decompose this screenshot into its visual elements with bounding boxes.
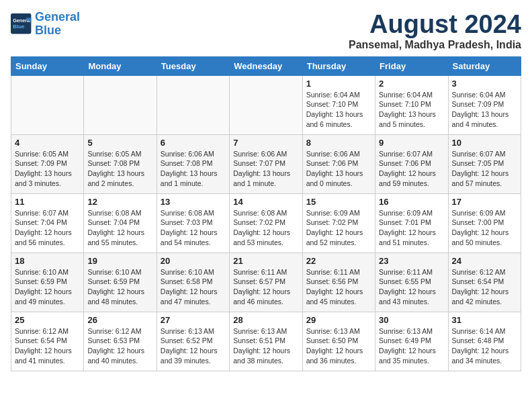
svg-text:Blue: Blue — [13, 24, 25, 30]
day-info: Sunrise: 6:05 AM Sunset: 7:09 PM Dayligh… — [15, 149, 80, 189]
calendar-cell: 17Sunrise: 6:09 AM Sunset: 7:00 PM Dayli… — [448, 193, 521, 253]
calendar-cell: 12Sunrise: 6:08 AM Sunset: 7:04 PM Dayli… — [84, 193, 157, 253]
logo-icon: General Blue — [11, 13, 32, 35]
calendar-cell: 4Sunrise: 6:05 AM Sunset: 7:09 PM Daylig… — [11, 134, 84, 193]
weekday-header-friday: Friday — [375, 56, 448, 75]
weekday-header-thursday: Thursday — [302, 56, 375, 75]
calendar-cell — [230, 75, 302, 134]
calendar-week-2: 4Sunrise: 6:05 AM Sunset: 7:09 PM Daylig… — [11, 134, 521, 193]
day-number: 19 — [87, 256, 152, 266]
calendar-table: SundayMondayTuesdayWednesdayThursdayFrid… — [11, 56, 521, 371]
calendar-cell: 2Sunrise: 6:04 AM Sunset: 7:10 PM Daylig… — [375, 75, 448, 134]
day-info: Sunrise: 6:07 AM Sunset: 7:04 PM Dayligh… — [15, 208, 80, 248]
weekday-header-saturday: Saturday — [448, 56, 521, 75]
calendar-cell: 11Sunrise: 6:07 AM Sunset: 7:04 PM Dayli… — [11, 193, 84, 253]
day-info: Sunrise: 6:13 AM Sunset: 6:49 PM Dayligh… — [379, 326, 444, 366]
calendar-cell — [11, 75, 84, 134]
weekday-header-sunday: Sunday — [11, 56, 84, 75]
day-number: 5 — [87, 138, 152, 148]
day-info: Sunrise: 6:04 AM Sunset: 7:09 PM Dayligh… — [452, 90, 517, 130]
day-info: Sunrise: 6:12 AM Sunset: 6:54 PM Dayligh… — [15, 326, 80, 366]
day-number: 7 — [233, 138, 298, 148]
calendar-cell: 20Sunrise: 6:10 AM Sunset: 6:58 PM Dayli… — [157, 253, 229, 312]
calendar-cell: 3Sunrise: 6:04 AM Sunset: 7:09 PM Daylig… — [448, 75, 521, 134]
day-number: 12 — [87, 197, 152, 207]
calendar-cell: 26Sunrise: 6:12 AM Sunset: 6:53 PM Dayli… — [84, 312, 157, 371]
day-info: Sunrise: 6:09 AM Sunset: 7:00 PM Dayligh… — [452, 208, 517, 248]
day-info: Sunrise: 6:10 AM Sunset: 6:59 PM Dayligh… — [15, 267, 80, 307]
day-info: Sunrise: 6:08 AM Sunset: 7:02 PM Dayligh… — [233, 208, 298, 248]
calendar-cell: 6Sunrise: 6:06 AM Sunset: 7:08 PM Daylig… — [157, 134, 229, 193]
calendar-cell: 29Sunrise: 6:13 AM Sunset: 6:50 PM Dayli… — [302, 312, 375, 371]
day-info: Sunrise: 6:06 AM Sunset: 7:08 PM Dayligh… — [161, 149, 226, 189]
weekday-header-tuesday: Tuesday — [157, 56, 229, 75]
day-number: 22 — [306, 256, 371, 266]
page-header: General Blue General Blue August 2024 Pa… — [11, 11, 521, 51]
calendar-cell: 14Sunrise: 6:08 AM Sunset: 7:02 PM Dayli… — [230, 193, 302, 253]
calendar-cell: 10Sunrise: 6:07 AM Sunset: 7:05 PM Dayli… — [448, 134, 521, 193]
day-info: Sunrise: 6:11 AM Sunset: 6:55 PM Dayligh… — [379, 267, 444, 307]
day-number: 6 — [161, 138, 226, 148]
calendar-cell: 30Sunrise: 6:13 AM Sunset: 6:49 PM Dayli… — [375, 312, 448, 371]
day-number: 24 — [452, 256, 517, 266]
calendar-body: 1Sunrise: 6:04 AM Sunset: 7:10 PM Daylig… — [11, 75, 521, 371]
day-number: 21 — [233, 256, 298, 266]
calendar-cell: 31Sunrise: 6:14 AM Sunset: 6:48 PM Dayli… — [448, 312, 521, 371]
calendar-cell: 5Sunrise: 6:05 AM Sunset: 7:08 PM Daylig… — [84, 134, 157, 193]
calendar-cell: 27Sunrise: 6:13 AM Sunset: 6:52 PM Dayli… — [157, 312, 229, 371]
calendar-cell: 19Sunrise: 6:10 AM Sunset: 6:59 PM Dayli… — [84, 253, 157, 312]
calendar-cell: 9Sunrise: 6:07 AM Sunset: 7:06 PM Daylig… — [375, 134, 448, 193]
calendar-cell: 15Sunrise: 6:09 AM Sunset: 7:02 PM Dayli… — [302, 193, 375, 253]
day-number: 16 — [379, 197, 444, 207]
calendar-cell: 7Sunrise: 6:06 AM Sunset: 7:07 PM Daylig… — [230, 134, 302, 193]
calendar-week-1: 1Sunrise: 6:04 AM Sunset: 7:10 PM Daylig… — [11, 75, 521, 134]
day-number: 23 — [379, 256, 444, 266]
day-number: 17 — [452, 197, 517, 207]
day-number: 20 — [161, 256, 226, 266]
calendar-cell — [157, 75, 229, 134]
day-info: Sunrise: 6:06 AM Sunset: 7:07 PM Dayligh… — [233, 149, 298, 189]
weekday-row: SundayMondayTuesdayWednesdayThursdayFrid… — [11, 56, 521, 75]
day-info: Sunrise: 6:11 AM Sunset: 6:56 PM Dayligh… — [306, 267, 371, 307]
calendar-cell: 1Sunrise: 6:04 AM Sunset: 7:10 PM Daylig… — [302, 75, 375, 134]
day-number: 15 — [306, 197, 371, 207]
location-title: Pansemal, Madhya Pradesh, India — [349, 39, 521, 51]
day-number: 18 — [15, 256, 80, 266]
title-block: August 2024 Pansemal, Madhya Pradesh, In… — [349, 11, 521, 51]
day-number: 2 — [379, 79, 444, 89]
calendar-cell: 28Sunrise: 6:13 AM Sunset: 6:51 PM Dayli… — [230, 312, 302, 371]
day-info: Sunrise: 6:13 AM Sunset: 6:52 PM Dayligh… — [161, 326, 226, 366]
day-info: Sunrise: 6:10 AM Sunset: 6:58 PM Dayligh… — [161, 267, 226, 307]
day-number: 27 — [161, 315, 226, 325]
day-info: Sunrise: 6:06 AM Sunset: 7:06 PM Dayligh… — [306, 149, 371, 189]
day-info: Sunrise: 6:09 AM Sunset: 7:02 PM Dayligh… — [306, 208, 371, 248]
day-info: Sunrise: 6:11 AM Sunset: 6:57 PM Dayligh… — [233, 267, 298, 307]
calendar-cell — [84, 75, 157, 134]
day-number: 25 — [15, 315, 80, 325]
calendar-cell: 22Sunrise: 6:11 AM Sunset: 6:56 PM Dayli… — [302, 253, 375, 312]
logo: General Blue General Blue — [11, 11, 80, 38]
calendar-cell: 16Sunrise: 6:09 AM Sunset: 7:01 PM Dayli… — [375, 193, 448, 253]
day-number: 10 — [452, 138, 517, 148]
calendar-cell: 8Sunrise: 6:06 AM Sunset: 7:06 PM Daylig… — [302, 134, 375, 193]
calendar-cell: 25Sunrise: 6:12 AM Sunset: 6:54 PM Dayli… — [11, 312, 84, 371]
month-title: August 2024 — [349, 11, 521, 39]
day-info: Sunrise: 6:07 AM Sunset: 7:06 PM Dayligh… — [379, 149, 444, 189]
day-number: 26 — [87, 315, 152, 325]
weekday-header-wednesday: Wednesday — [230, 56, 302, 75]
day-info: Sunrise: 6:14 AM Sunset: 6:48 PM Dayligh… — [452, 326, 517, 366]
day-number: 28 — [233, 315, 298, 325]
logo-text: General Blue — [35, 11, 80, 38]
day-number: 4 — [15, 138, 80, 148]
day-number: 29 — [306, 315, 371, 325]
day-info: Sunrise: 6:04 AM Sunset: 7:10 PM Dayligh… — [379, 90, 444, 130]
calendar-cell: 24Sunrise: 6:12 AM Sunset: 6:54 PM Dayli… — [448, 253, 521, 312]
day-number: 14 — [233, 197, 298, 207]
day-number: 1 — [306, 79, 371, 89]
weekday-header-monday: Monday — [84, 56, 157, 75]
calendar-cell: 23Sunrise: 6:11 AM Sunset: 6:55 PM Dayli… — [375, 253, 448, 312]
calendar-week-3: 11Sunrise: 6:07 AM Sunset: 7:04 PM Dayli… — [11, 193, 521, 253]
day-number: 8 — [306, 138, 371, 148]
calendar-cell: 18Sunrise: 6:10 AM Sunset: 6:59 PM Dayli… — [11, 253, 84, 312]
day-info: Sunrise: 6:13 AM Sunset: 6:51 PM Dayligh… — [233, 326, 298, 366]
